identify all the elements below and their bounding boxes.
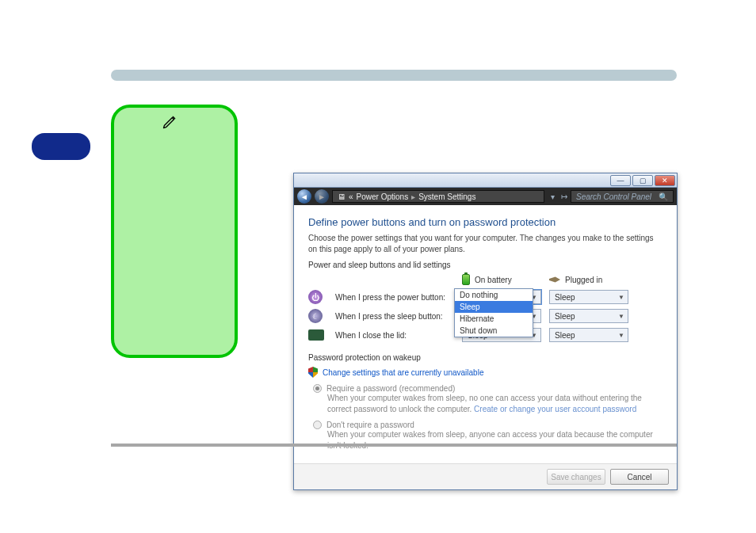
chevron-down-icon: ▼ xyxy=(618,313,624,320)
sleep-button-plugged-value: Sleep xyxy=(555,312,575,321)
search-icon: 🔍 xyxy=(659,192,668,201)
dropdown-option-shut-down[interactable]: Shut down xyxy=(455,325,533,337)
dropdown-option-hibernate[interactable]: Hibernate xyxy=(455,313,533,325)
breadcrumb-separator: ▸ xyxy=(411,192,415,201)
button-bar: Save changes Cancel xyxy=(294,463,677,489)
search-input[interactable]: Search Control Panel 🔍 xyxy=(571,190,674,203)
section-buttons-lid: Power and sleep buttons and lid settings xyxy=(308,261,662,269)
bottom-rule xyxy=(111,444,677,447)
column-plugged-in-label: Plugged in xyxy=(565,276,602,284)
power-button-battery-dropdown[interactable]: Do nothing Sleep Hibernate Shut down xyxy=(454,288,533,337)
power-button-plugged-value: Sleep xyxy=(555,293,575,302)
lid-label: When I close the lid: xyxy=(335,331,454,340)
top-rule xyxy=(111,70,677,81)
dropdown-option-do-nothing[interactable]: Do nothing xyxy=(455,289,533,301)
nav-forward-button[interactable]: ► xyxy=(315,189,329,204)
page-title: Define power buttons and turn on passwor… xyxy=(308,216,662,228)
lid-plugged-value: Sleep xyxy=(555,331,575,340)
power-options-window: — ▢ ✕ ◄ ► 🖥 « Power Options ▸ System Set… xyxy=(293,173,678,490)
search-placeholder: Search Control Panel xyxy=(576,192,651,201)
breadcrumb-root-icon: 🖥 xyxy=(338,192,346,201)
settings-grid: On battery Plugged in ⏻ When I press the… xyxy=(308,274,662,342)
chevron-down-icon: ▼ xyxy=(618,294,624,301)
page-subtitle: Choose the power settings that you want … xyxy=(308,233,662,254)
page-badge xyxy=(32,133,90,160)
save-changes-button[interactable]: Save changes xyxy=(547,469,605,485)
titlebar: — ▢ ✕ xyxy=(294,173,677,188)
column-on-battery-label: On battery xyxy=(475,276,512,284)
breadcrumb[interactable]: 🖥 « Power Options ▸ System Settings xyxy=(332,190,544,203)
option-require-password: Require a password (recommended) When yo… xyxy=(313,384,662,414)
content-area: Define power buttons and turn on passwor… xyxy=(294,205,677,463)
column-on-battery: On battery xyxy=(462,274,541,285)
battery-icon xyxy=(462,274,470,285)
power-button-plugged-select[interactable]: Sleep ▼ xyxy=(549,290,628,304)
radio-require-password[interactable] xyxy=(313,384,322,393)
change-settings-link[interactable]: Change settings that are currently unava… xyxy=(323,368,483,377)
sleep-button-label: When I press the sleep button: xyxy=(335,312,454,321)
address-bar: ◄ ► 🖥 « Power Options ▸ System Settings … xyxy=(294,188,677,205)
dont-require-password-label: Don't require a password xyxy=(326,421,414,429)
shield-icon xyxy=(308,367,318,378)
note-callout xyxy=(111,105,238,358)
power-button-icon: ⏻ xyxy=(308,290,323,304)
create-change-password-link[interactable]: Create or change your user account passw… xyxy=(474,405,636,413)
sleep-button-plugged-select[interactable]: Sleep ▼ xyxy=(549,309,628,323)
cancel-button[interactable]: Cancel xyxy=(610,469,669,485)
breadcrumb-prefix: « xyxy=(349,192,353,201)
radio-dont-require-password[interactable] xyxy=(313,421,322,429)
pencil-icon xyxy=(162,114,178,130)
nav-back-button[interactable]: ◄ xyxy=(297,189,311,204)
power-button-label: When I press the power button: xyxy=(335,293,454,302)
sleep-button-icon: ☾ xyxy=(308,309,323,323)
lid-icon xyxy=(308,329,324,341)
lid-plugged-select[interactable]: Sleep ▼ xyxy=(549,328,628,342)
minimize-button[interactable]: — xyxy=(610,175,631,186)
require-password-label: Require a password (recommended) xyxy=(326,384,455,393)
breadcrumb-item-system-settings[interactable]: System Settings xyxy=(418,192,475,201)
dont-require-password-description: When your computer wakes from sleep, any… xyxy=(327,429,662,451)
chevron-down-icon: ▼ xyxy=(618,332,624,339)
maximize-button[interactable]: ▢ xyxy=(632,175,653,186)
password-protection-section: Password protection on wakeup Change set… xyxy=(308,353,662,451)
breadcrumb-split-icon[interactable]: ↦ xyxy=(561,192,567,201)
password-protection-heading: Password protection on wakeup xyxy=(308,353,662,362)
column-plugged-in: Plugged in xyxy=(549,276,628,284)
close-button[interactable]: ✕ xyxy=(655,175,675,186)
dropdown-option-sleep[interactable]: Sleep xyxy=(455,301,533,313)
breadcrumb-dropdown-icon[interactable]: ▾ xyxy=(548,192,558,201)
breadcrumb-item-power-options[interactable]: Power Options xyxy=(357,192,409,201)
plug-icon xyxy=(549,276,560,284)
